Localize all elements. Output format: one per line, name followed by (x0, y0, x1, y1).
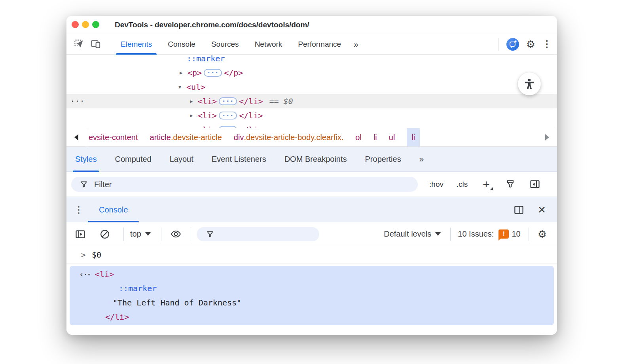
device-toolbar-icon[interactable] (89, 38, 101, 50)
result-line-close[interactable]: </li> (70, 310, 554, 324)
tree-row-p[interactable]: ▶<p>···</p> (66, 66, 557, 80)
more-tabs-icon[interactable]: » (349, 40, 363, 49)
breadcrumb-scroll-left-button[interactable] (66, 128, 86, 146)
dollar-zero-annotation: $0 (284, 97, 293, 106)
console-settings-gear-icon[interactable]: ⚙ (538, 229, 547, 239)
return-value-arrow-icon: ‹· (70, 269, 83, 279)
result-line-marker[interactable]: ::marker (70, 281, 554, 296)
breadcrumb-tag: ol (355, 133, 362, 142)
toolbar-divider (529, 228, 529, 241)
breadcrumb-item-selected[interactable]: li (407, 128, 420, 146)
tab-sources[interactable]: Sources (203, 34, 247, 55)
console-filter-input[interactable] (220, 230, 311, 239)
drawer-header-controls: ✕ (514, 197, 557, 222)
expand-arrow-icon[interactable]: ▶ (190, 113, 198, 118)
accessibility-floating-button[interactable] (518, 72, 541, 95)
expand-arrow-icon[interactable]: ▶ (180, 70, 188, 76)
clear-console-icon[interactable] (99, 228, 111, 240)
breadcrumb-tag: li (373, 133, 377, 142)
li-close-tag: </li> (239, 125, 263, 128)
issues-count-label[interactable]: 10 Issues: (458, 229, 494, 239)
split-panel-icon[interactable] (514, 205, 524, 215)
row-overlay-dots-icon[interactable]: ··· (70, 97, 85, 105)
collapse-arrow-icon[interactable]: ▼ (178, 84, 186, 90)
issues-count-value[interactable]: 10 (512, 229, 520, 239)
kebab-menu-icon[interactable]: ⋮ (542, 40, 552, 49)
marker-pseudo-element[interactable]: ::marker (187, 55, 225, 63)
show-console-sidebar-icon[interactable] (74, 228, 86, 240)
settings-gear-icon[interactable]: ⚙ (526, 39, 535, 49)
collapsed-content-icon[interactable]: ··· (219, 112, 237, 119)
collapse-arrow-icon[interactable]: ▾ (83, 271, 95, 277)
ai-assistance-icon[interactable] (506, 38, 519, 51)
tree-row-li[interactable]: ▶<li>···</li> (66, 108, 557, 123)
breadcrumb-item[interactable]: evsite-content (89, 128, 138, 146)
toggle-sidebar-icon[interactable] (528, 172, 542, 197)
breadcrumb-tag: ul (389, 133, 395, 142)
chevron-left-icon (74, 134, 78, 140)
new-style-rule-button[interactable]: + (477, 172, 495, 197)
close-drawer-icon[interactable]: ✕ (538, 204, 546, 216)
result-line-text[interactable]: "The Left Hand of Darkness" (70, 296, 554, 310)
toggle-element-state-button[interactable]: :hov (425, 172, 448, 197)
console-toolbar-right: Default levels 10 Issues: ! 10 ⚙ (384, 228, 557, 241)
window-title: DevTools - developer.chrome.com/docs/dev… (115, 16, 309, 34)
tab-console[interactable]: Console (160, 34, 203, 55)
chevron-right-icon (545, 134, 549, 140)
styles-filter-input[interactable] (94, 180, 331, 189)
breadcrumb-item[interactable]: ol (355, 128, 362, 146)
minimize-window-button[interactable] (82, 21, 89, 28)
live-expression-eye-icon[interactable] (170, 228, 182, 240)
tab-performance[interactable]: Performance (290, 34, 349, 55)
breadcrumb-scroll-right-button[interactable] (537, 128, 557, 146)
breadcrumb-tag: article (150, 133, 171, 142)
zoom-window-button[interactable] (92, 21, 99, 28)
tab-dom-breakpoints[interactable]: DOM Breakpoints (284, 147, 347, 171)
tab-styles[interactable]: Styles (75, 147, 97, 171)
tree-row-marker[interactable]: ::marker (66, 55, 557, 66)
breadcrumb-item[interactable]: ul (389, 128, 395, 146)
toolbar-divider (123, 228, 124, 241)
element-classes-button[interactable]: .cls (451, 172, 473, 197)
filter-funnel-icon (206, 230, 214, 238)
tab-computed[interactable]: Computed (115, 147, 151, 171)
console-prompt-icon: > (81, 250, 92, 259)
tab-network[interactable]: Network (247, 34, 290, 55)
tree-row-ul[interactable]: ▼<ul> (66, 80, 557, 94)
tab-properties[interactable]: Properties (365, 147, 401, 171)
console-filter-field[interactable] (197, 227, 319, 241)
more-tabs-icon[interactable]: » (419, 147, 424, 171)
rendering-brush-icon[interactable] (503, 172, 517, 197)
tab-layout[interactable]: Layout (170, 147, 193, 171)
toolbar-divider (450, 228, 451, 241)
context-selector[interactable]: top (130, 229, 141, 239)
inspect-element-icon[interactable] (73, 38, 85, 50)
toolbar-divider (498, 38, 498, 51)
breadcrumb-item[interactable]: div.devsite-article-body.clearfix. (234, 128, 344, 146)
result-marker-pseudo: ::marker (119, 284, 157, 293)
chevron-down-icon (435, 232, 441, 236)
drawer-tab-console[interactable]: Console (99, 197, 128, 222)
breadcrumb-item[interactable]: article.devsite-article (150, 128, 222, 146)
li-close-tag: </li> (239, 97, 263, 106)
drawer-menu-kebab-icon[interactable]: ⋮ (72, 197, 85, 222)
console-result-highlighted[interactable]: ‹·▾<li> ::marker "The Left Hand of Darkn… (70, 266, 554, 325)
breadcrumb-item[interactable]: li (373, 128, 377, 146)
styles-filter-field[interactable] (71, 177, 418, 192)
li-close-tag: </li> (239, 111, 263, 120)
console-toolbar: top Default levels 10 Issues: (66, 222, 557, 246)
result-line-open[interactable]: ‹·▾<li> (70, 267, 554, 281)
tab-event-listeners[interactable]: Event Listeners (212, 147, 266, 171)
close-window-button[interactable] (72, 21, 79, 28)
drawer-header: ⋮ Console ✕ (66, 197, 557, 222)
breadcrumb-bar: evsite-content article.devsite-article d… (66, 128, 557, 147)
tab-elements[interactable]: Elements (113, 34, 160, 55)
expand-arrow-icon[interactable]: ▶ (190, 99, 198, 104)
tree-row-li-selected[interactable]: ··· ▶<li>···</li>==$0 (66, 94, 557, 108)
tree-row-li-clipped[interactable]: ▶<li>···</li> (66, 123, 557, 128)
collapsed-content-icon[interactable]: ··· (204, 69, 222, 77)
log-levels-selector[interactable]: Default levels (384, 229, 431, 239)
collapsed-content-icon[interactable]: ··· (219, 97, 237, 105)
issues-badge-icon[interactable]: ! (498, 229, 509, 239)
console-command-row[interactable]: > $0 (66, 246, 557, 264)
